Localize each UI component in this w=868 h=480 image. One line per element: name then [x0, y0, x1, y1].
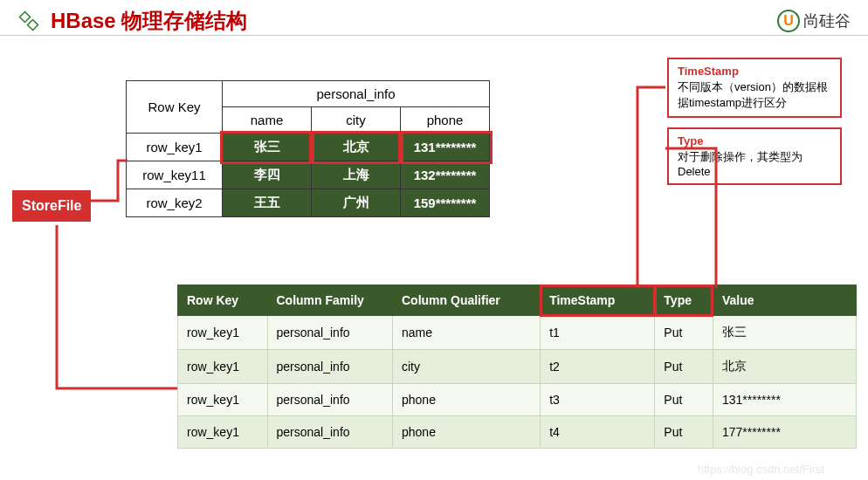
- rowkey-header: Row Key: [127, 81, 223, 134]
- rowkey-cell: row_key11: [127, 161, 223, 189]
- physical-cell: phone: [393, 416, 541, 449]
- physical-row: row_key1personal_infophonet3Put131******…: [178, 384, 857, 416]
- logical-header-row: Row Key personal_info: [127, 81, 490, 107]
- physical-header-row: Row KeyColumn FamilyColumn QualifierTime…: [178, 285, 857, 316]
- brand-logo: U 尚硅谷: [777, 10, 851, 32]
- physical-cell: personal_info: [267, 416, 393, 449]
- column-family-header: personal_info: [223, 81, 490, 107]
- svg-marker-0: [20, 12, 31, 23]
- diamond-icon: [16, 8, 42, 34]
- physical-cell: t4: [541, 416, 655, 449]
- rowkey-cell: row_key2: [127, 189, 223, 217]
- type-callout-title: Type: [678, 134, 831, 147]
- physical-cell: row_key1: [178, 316, 268, 350]
- physical-row: row_key1personal_infophonet4Put177******…: [178, 416, 857, 449]
- physical-cell: personal_info: [267, 316, 393, 350]
- data-cell: 王五: [223, 189, 312, 217]
- data-cell: 北京: [312, 134, 401, 161]
- physical-row: row_key1personal_infonamet1Put张三: [178, 316, 857, 350]
- physical-table: Row KeyColumn FamilyColumn QualifierTime…: [177, 285, 857, 449]
- physical-cell: t1: [541, 316, 655, 350]
- physical-header: Value: [713, 285, 856, 316]
- logical-table: Row Key personal_info name city phone ro…: [126, 80, 490, 217]
- page-header: HBase 物理存储结构 U 尚硅谷: [0, 0, 868, 36]
- physical-cell: city: [393, 350, 541, 384]
- timestamp-callout: TimeStamp 不同版本（version）的数据根据timestamp进行区…: [667, 58, 842, 118]
- physical-header: Column Qualifier: [393, 285, 541, 316]
- data-cell: 159********: [401, 189, 490, 217]
- physical-cell: personal_info: [267, 384, 393, 416]
- physical-cell: Put: [655, 350, 713, 384]
- timestamp-callout-title: TimeStamp: [678, 65, 831, 78]
- physical-cell: t2: [541, 350, 655, 384]
- brand-icon: U: [777, 10, 800, 32]
- physical-cell: row_key1: [178, 384, 268, 416]
- logical-row: row_key1张三北京131********: [127, 134, 490, 161]
- physical-cell: personal_info: [267, 350, 393, 384]
- physical-header: Type: [655, 285, 713, 316]
- physical-header: Column Family: [267, 285, 393, 316]
- physical-cell: row_key1: [178, 416, 268, 449]
- physical-cell: row_key1: [178, 350, 268, 384]
- data-cell: 上海: [312, 161, 401, 189]
- physical-cell: 177********: [713, 416, 856, 449]
- col-city: city: [312, 107, 401, 134]
- data-cell: 李四: [223, 161, 312, 189]
- storefile-label: StoreFile: [12, 190, 91, 222]
- physical-header: Row Key: [178, 285, 268, 316]
- logical-row: row_key11李四上海132********: [127, 161, 490, 189]
- data-cell: 132********: [401, 161, 490, 189]
- physical-row: row_key1personal_infocityt2Put北京: [178, 350, 857, 384]
- timestamp-callout-body: 不同版本（version）的数据根据timestamp进行区分: [678, 79, 831, 111]
- physical-header: TimeStamp: [541, 285, 655, 316]
- physical-cell: Put: [655, 384, 713, 416]
- type-callout: Type 对于删除操作，其类型为Delete: [667, 127, 842, 185]
- physical-cell: 张三: [713, 316, 856, 350]
- physical-cell: t3: [541, 384, 655, 416]
- watermark: https://blog.csdn.net/First: [698, 463, 824, 476]
- title-wrap: HBase 物理存储结构: [16, 7, 247, 35]
- physical-cell: Put: [655, 316, 713, 350]
- data-cell: 张三: [223, 134, 312, 161]
- data-cell: 131********: [401, 134, 490, 161]
- page-title: HBase 物理存储结构: [51, 7, 247, 35]
- col-phone: phone: [401, 107, 490, 134]
- physical-cell: 131********: [713, 384, 856, 416]
- brand-text: 尚硅谷: [803, 10, 851, 31]
- rowkey-cell: row_key1: [127, 134, 223, 161]
- physical-cell: 北京: [713, 350, 856, 384]
- type-callout-body: 对于删除操作，其类型为Delete: [678, 149, 831, 178]
- data-cell: 广州: [312, 189, 401, 217]
- col-name: name: [223, 107, 312, 134]
- physical-cell: Put: [655, 416, 713, 449]
- physical-cell: phone: [393, 384, 541, 416]
- logical-row: row_key2王五广州159********: [127, 189, 490, 217]
- physical-cell: name: [393, 316, 541, 350]
- svg-marker-1: [28, 20, 38, 31]
